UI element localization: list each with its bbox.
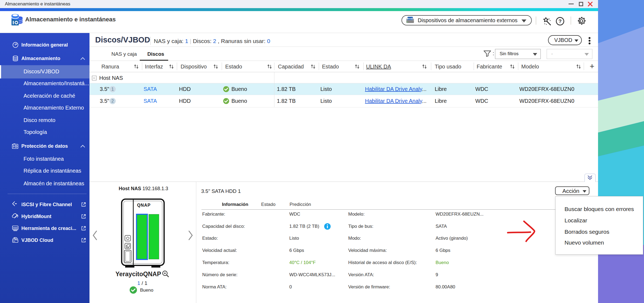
svg-text:?: ? [559,18,562,24]
svg-text:QNAP: QNAP [137,203,151,208]
svg-text:SSD: SSD [13,227,18,229]
svg-text:RAID: RAID [407,17,413,20]
